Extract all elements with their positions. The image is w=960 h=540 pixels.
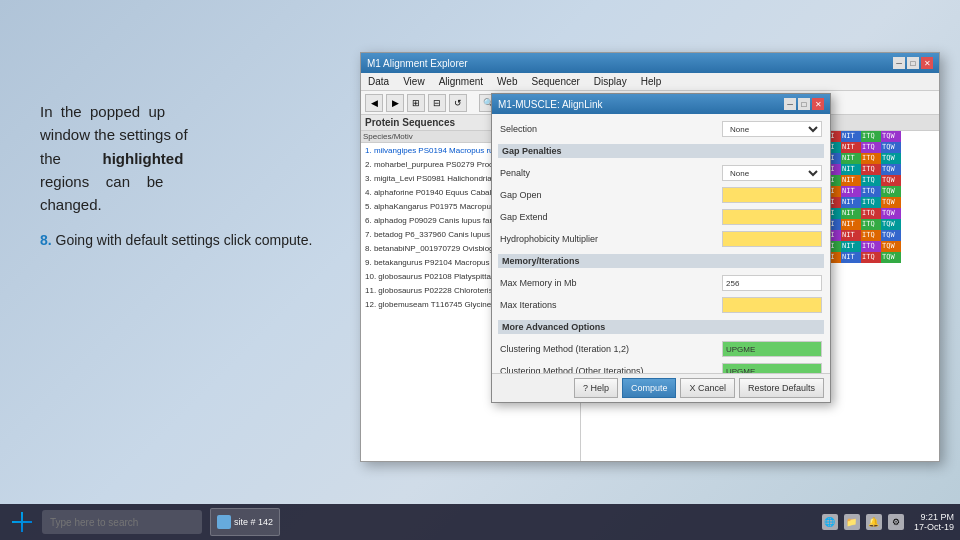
dialog-title: M1-MUSCLE: AlignLink bbox=[498, 99, 602, 110]
step-description: Going with default settings click comput… bbox=[56, 232, 313, 248]
clustering2-input[interactable] bbox=[722, 363, 822, 373]
alignment-cell: NIT bbox=[841, 164, 861, 175]
alignment-cell: ITQ bbox=[861, 175, 881, 186]
app-window: M1 Alignment Explorer ─ □ ✕ Data View Al… bbox=[360, 52, 940, 462]
menu-web[interactable]: Web bbox=[494, 76, 520, 87]
alignment-cell: NIT bbox=[841, 186, 861, 197]
alignment-cell: ITQ bbox=[861, 208, 881, 219]
taskbar-time: 9:21 PM 17-Oct-19 bbox=[914, 512, 954, 532]
hydrophobicity-input[interactable] bbox=[722, 231, 822, 247]
selection-label: Selection bbox=[500, 124, 722, 134]
dialog-footer: ? Help Compute X Cancel Restore Defaults bbox=[492, 373, 830, 402]
hydrophobicity-label: Hydrophobicity Multiplier bbox=[500, 234, 722, 244]
toolbar-btn-1[interactable]: ◀ bbox=[365, 94, 383, 112]
running-app-icon bbox=[217, 515, 231, 529]
app-title: M1 Alignment Explorer bbox=[367, 58, 468, 69]
dialog-body: Selection None Gap Penalties Penalty Non… bbox=[492, 114, 830, 373]
alignment-cell: NIT bbox=[841, 230, 861, 241]
taskbar-icon-1[interactable]: 🌐 bbox=[822, 514, 838, 530]
compute-button[interactable]: Compute bbox=[622, 378, 677, 398]
alignment-cell: ITQ bbox=[861, 186, 881, 197]
alignment-cell: TQW bbox=[881, 241, 901, 252]
menu-view[interactable]: View bbox=[400, 76, 428, 87]
toolbar-btn-2[interactable]: ▶ bbox=[386, 94, 404, 112]
alignment-cell: NIT bbox=[841, 142, 861, 153]
taskbar-running-apps: site # 142 bbox=[210, 508, 280, 536]
alignment-cell: NIT bbox=[841, 241, 861, 252]
alignment-cell: NIT bbox=[841, 219, 861, 230]
close-button[interactable]: ✕ bbox=[921, 57, 933, 69]
dialog-minimize[interactable]: ─ bbox=[784, 98, 796, 110]
taskbar-icon-2[interactable]: 📁 bbox=[844, 514, 860, 530]
dialog-controls[interactable]: ─ □ ✕ bbox=[784, 98, 824, 110]
maximize-button[interactable]: □ bbox=[907, 57, 919, 69]
running-app-label: site # 142 bbox=[234, 517, 273, 527]
title-bar-left: M1 Alignment Explorer bbox=[367, 58, 468, 69]
alignment-cell: ITQ bbox=[861, 153, 881, 164]
alignment-cell: TQW bbox=[881, 186, 901, 197]
more-advanced-header: More Advanced Options bbox=[498, 320, 824, 334]
title-bar-controls[interactable]: ─ □ ✕ bbox=[893, 57, 933, 69]
help-button[interactable]: ? Help bbox=[574, 378, 618, 398]
menu-sequencer[interactable]: Sequencer bbox=[528, 76, 582, 87]
alignment-cell: NIT bbox=[841, 208, 861, 219]
hydrophobicity-row: Hydrophobicity Multiplier bbox=[498, 230, 824, 248]
alignment-cell: NIT bbox=[841, 175, 861, 186]
taskbar-search[interactable] bbox=[42, 510, 202, 534]
alignment-cell: TQW bbox=[881, 197, 901, 208]
max-memory-label: Max Memory in Mb bbox=[500, 278, 722, 288]
start-button[interactable] bbox=[6, 508, 38, 536]
alignment-cell: TQW bbox=[881, 219, 901, 230]
menu-bar: Data View Alignment Web Sequencer Displa… bbox=[361, 73, 939, 91]
clock-date: 17-Oct-19 bbox=[914, 522, 954, 532]
gap-penalties-header: Gap Penalties bbox=[498, 144, 824, 158]
dialog-maximize[interactable]: □ bbox=[798, 98, 810, 110]
memory-iterations-header: Memory/Iterations bbox=[498, 254, 824, 268]
max-iterations-input[interactable] bbox=[722, 297, 822, 313]
alignment-cell: TQW bbox=[881, 175, 901, 186]
alignment-cell: TQW bbox=[881, 230, 901, 241]
max-memory-input[interactable] bbox=[722, 275, 822, 291]
alignment-cell: TQW bbox=[881, 252, 901, 263]
left-text-panel: In the popped up window the settings of … bbox=[40, 100, 330, 251]
alignment-cell: ITQ bbox=[861, 164, 881, 175]
restore-defaults-button[interactable]: Restore Defaults bbox=[739, 378, 824, 398]
menu-display[interactable]: Display bbox=[591, 76, 630, 87]
alignment-cell: NIT bbox=[841, 131, 861, 142]
running-app-alignment[interactable]: site # 142 bbox=[210, 508, 280, 536]
toolbar-btn-5[interactable]: ↺ bbox=[449, 94, 467, 112]
clustering2-label: Clustering Method (Other Iterations) bbox=[500, 366, 722, 373]
dialog-close[interactable]: ✕ bbox=[812, 98, 824, 110]
cancel-button[interactable]: X Cancel bbox=[680, 378, 735, 398]
alignment-cell: NIT bbox=[841, 197, 861, 208]
step-text: 8. Going with default settings click com… bbox=[40, 230, 330, 251]
dialog-title-bar: M1-MUSCLE: AlignLink ─ □ ✕ bbox=[492, 94, 830, 114]
instruction-text: In the popped up window the settings of … bbox=[40, 100, 330, 216]
windows-icon bbox=[12, 512, 32, 532]
selection-dropdown[interactable]: None bbox=[722, 121, 822, 137]
alignment-cell: TQW bbox=[881, 142, 901, 153]
gap-open-input[interactable] bbox=[722, 187, 822, 203]
toolbar-btn-3[interactable]: ⊞ bbox=[407, 94, 425, 112]
minimize-button[interactable]: ─ bbox=[893, 57, 905, 69]
penalty-dropdown[interactable]: None bbox=[722, 165, 822, 181]
clustering1-input[interactable] bbox=[722, 341, 822, 357]
gap-extend-input[interactable] bbox=[722, 209, 822, 225]
taskbar-icon-4[interactable]: ⚙ bbox=[888, 514, 904, 530]
toolbar-btn-4[interactable]: ⊟ bbox=[428, 94, 446, 112]
alignment-cell: TQW bbox=[881, 131, 901, 142]
max-iterations-row: Max Iterations bbox=[498, 296, 824, 314]
menu-help[interactable]: Help bbox=[638, 76, 665, 87]
penalty-label: Penalty bbox=[500, 168, 722, 178]
menu-alignment[interactable]: Alignment bbox=[436, 76, 486, 87]
gap-extend-row: Gap Extend bbox=[498, 208, 824, 226]
alignment-cell: ITQ bbox=[861, 252, 881, 263]
clustering1-label: Clustering Method (Iteration 1,2) bbox=[500, 344, 722, 354]
alignment-cell: ITQ bbox=[861, 219, 881, 230]
taskbar-icon-3[interactable]: 🔔 bbox=[866, 514, 882, 530]
gap-open-row: Gap Open bbox=[498, 186, 824, 204]
taskbar: site # 142 🌐 📁 🔔 ⚙ 9:21 PM 17-Oct-19 bbox=[0, 504, 960, 540]
alignment-cell: NIT bbox=[841, 252, 861, 263]
menu-data[interactable]: Data bbox=[365, 76, 392, 87]
alignment-cell: ITQ bbox=[861, 131, 881, 142]
